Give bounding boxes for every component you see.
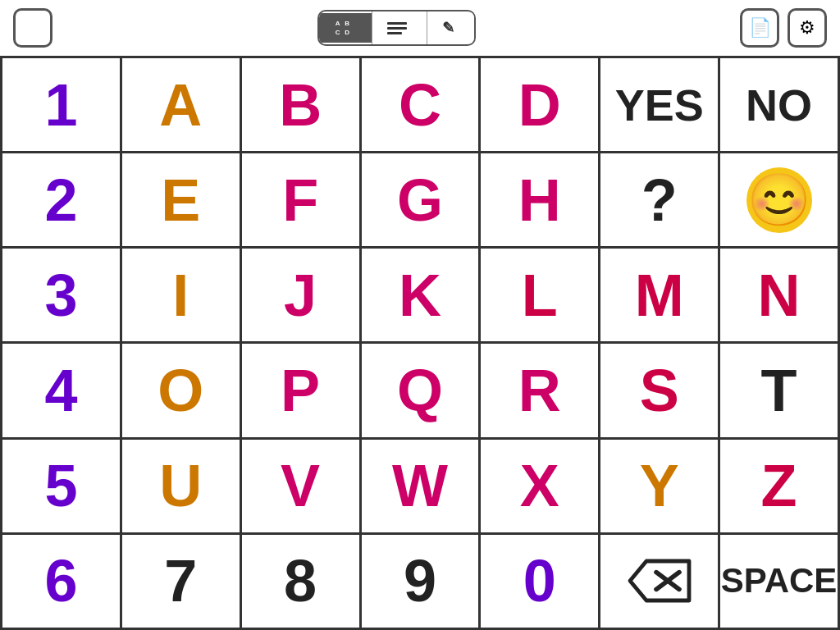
header: ABCD ✎ 📄 ⚙	[0, 0, 840, 56]
cell-text-r3c4: K	[399, 262, 441, 329]
cell-r3c5[interactable]: L	[481, 249, 600, 344]
cell-r4c5[interactable]: R	[481, 344, 600, 439]
cell-r4c6[interactable]: S	[600, 344, 720, 439]
info-button[interactable]	[13, 8, 52, 48]
cell-r1c3[interactable]: B	[242, 58, 362, 153]
cell-r4c3[interactable]: P	[242, 344, 362, 439]
cell-text-r1c5: D	[518, 71, 561, 139]
cell-r4c7[interactable]: T	[720, 344, 840, 439]
cell-r1c5[interactable]: D	[481, 58, 600, 153]
cell-text-r5c2: U	[159, 452, 202, 519]
cell-r3c4[interactable]: K	[362, 249, 482, 344]
topics-icon	[387, 22, 407, 34]
cell-text-r5c1: 5	[44, 452, 77, 519]
cell-r6c7[interactable]: SPACE	[720, 535, 840, 630]
cell-r1c1[interactable]: 1	[2, 58, 122, 153]
tab-topics[interactable]	[372, 16, 427, 41]
cell-text-r4c4: Q	[397, 357, 443, 424]
cell-text-r1c1: 1	[44, 71, 77, 139]
cell-r6c5[interactable]: 0	[481, 535, 600, 630]
cell-r5c1[interactable]: 5	[2, 440, 122, 535]
cell-r2c3[interactable]: F	[242, 153, 362, 249]
gear-icon: ⚙	[799, 17, 815, 39]
cell-text-r6c3: 8	[284, 547, 317, 614]
smiley-face: 😊	[746, 167, 812, 233]
cell-text-r3c7: N	[758, 262, 801, 329]
backspace-icon	[627, 556, 692, 605]
cell-r4c1[interactable]: 4	[2, 344, 122, 439]
cell-r2c2[interactable]: E	[122, 153, 242, 249]
header-left	[13, 8, 52, 48]
cell-r3c6[interactable]: M	[600, 249, 720, 344]
cell-text-r2c5: H	[518, 167, 561, 234]
cell-text-r2c6: ?	[641, 167, 678, 234]
cell-r1c7[interactable]: NO	[720, 58, 840, 153]
nav-tabs: ABCD ✎	[317, 10, 476, 46]
cell-text-r6c1: 6	[44, 547, 77, 614]
cell-text-r3c2: I	[172, 262, 189, 329]
cell-text-r5c4: W	[392, 452, 448, 519]
tab-letters[interactable]: ABCD	[319, 13, 372, 43]
cell-text-r3c6: M	[635, 262, 684, 329]
cell-text-r5c3: V	[281, 452, 320, 519]
cell-r2c1[interactable]: 2	[2, 153, 122, 249]
letter-grid-container: 1ABCDYESNO2EFGH?😊3IJKLMN4OPQRST5UVWXYZ67…	[0, 56, 840, 630]
cell-text-r6c5: 0	[523, 547, 556, 614]
cell-r4c2[interactable]: O	[122, 344, 242, 439]
file-button[interactable]: 📄	[740, 8, 779, 48]
cell-text-r4c7: T	[761, 357, 797, 424]
cell-text-r1c6: YES	[615, 80, 704, 130]
cell-text-r5c5: X	[520, 452, 559, 519]
cell-text-r4c3: P	[281, 357, 320, 424]
cell-text-r1c4: C	[399, 71, 441, 139]
cell-text-r4c1: 4	[44, 357, 77, 424]
letters-icon: ABCD	[334, 20, 352, 36]
cell-text-r4c2: O	[158, 357, 203, 424]
cell-r5c5[interactable]: X	[481, 440, 600, 535]
cell-r6c1[interactable]: 6	[2, 535, 122, 630]
cell-text-r4c5: R	[518, 357, 561, 424]
cell-r5c7[interactable]: Z	[720, 440, 840, 535]
cell-r3c2[interactable]: I	[122, 249, 242, 344]
main-grid: 1ABCDYESNO2EFGH?😊3IJKLMN4OPQRST5UVWXYZ67…	[0, 58, 840, 630]
cell-text-r1c2: A	[159, 71, 202, 139]
cell-r2c4[interactable]: G	[362, 153, 482, 249]
settings-button[interactable]: ⚙	[788, 8, 827, 48]
cell-text-r6c2: 7	[164, 547, 197, 614]
cell-r6c4[interactable]: 9	[362, 535, 482, 630]
cell-text-r2c2: E	[161, 167, 200, 234]
cell-text-r1c3: B	[279, 71, 322, 139]
cell-r2c6[interactable]: ?	[600, 153, 720, 249]
cell-r1c4[interactable]: C	[362, 58, 482, 153]
cell-text-r5c7: Z	[761, 452, 797, 519]
cell-r5c3[interactable]: V	[242, 440, 362, 535]
cell-r5c6[interactable]: Y	[600, 440, 720, 535]
cell-text-r1c7: NO	[746, 80, 812, 130]
cell-r5c2[interactable]: U	[122, 440, 242, 535]
cell-text-r2c3: F	[282, 167, 318, 234]
cell-text-r5c6: Y	[640, 452, 679, 519]
cell-r6c2[interactable]: 7	[122, 535, 242, 630]
file-icon: 📄	[749, 17, 771, 39]
whiteboard-icon: ✎	[442, 19, 454, 37]
header-right: 📄 ⚙	[740, 8, 827, 48]
cell-r3c1[interactable]: 3	[2, 249, 122, 344]
cell-r4c4[interactable]: Q	[362, 344, 482, 439]
cell-text-r3c3: J	[284, 262, 317, 329]
cell-r1c2[interactable]: A	[122, 58, 242, 153]
cell-text-r6c4: 9	[404, 547, 436, 614]
cell-r2c5[interactable]: H	[481, 153, 600, 249]
cell-r6c6[interactable]	[600, 535, 720, 630]
cell-r2c7[interactable]: 😊	[720, 153, 840, 249]
cell-text-r3c5: L	[522, 262, 558, 329]
cell-r3c7[interactable]: N	[720, 249, 840, 344]
cell-r3c3[interactable]: J	[242, 249, 362, 344]
tab-whiteboard[interactable]: ✎	[427, 12, 474, 43]
cell-r5c4[interactable]: W	[362, 440, 482, 535]
cell-text-r3c1: 3	[44, 262, 77, 329]
cell-r1c6[interactable]: YES	[600, 58, 720, 153]
cell-r6c3[interactable]: 8	[242, 535, 362, 630]
cell-text-r2c1: 2	[44, 167, 77, 234]
cell-text-r2c4: G	[397, 167, 443, 234]
cell-text-r4c6: S	[640, 357, 679, 424]
